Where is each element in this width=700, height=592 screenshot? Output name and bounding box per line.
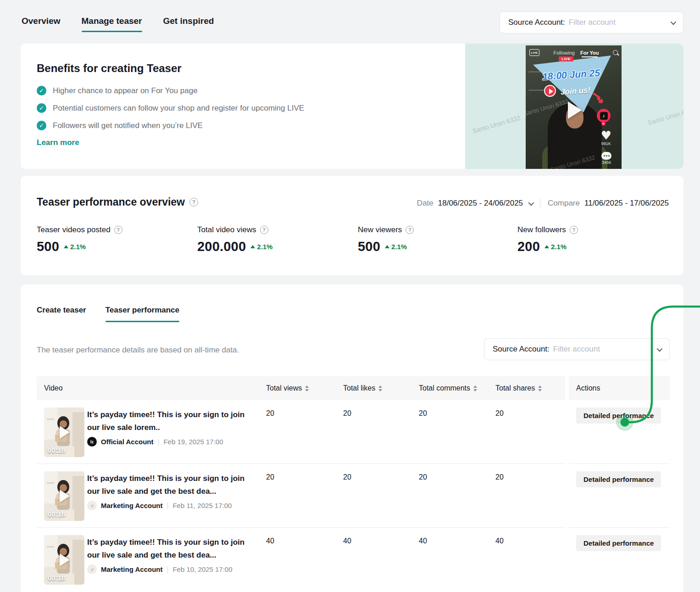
metric-value: 200 <box>517 239 540 254</box>
tab-get-inspired[interactable]: Get inspired <box>163 16 214 26</box>
detailed-performance-button[interactable]: Detailed performance <box>576 535 661 551</box>
learn-more-link[interactable]: Learn more <box>37 138 450 147</box>
benefit-text: Higher chance to appear on For You page <box>53 86 198 95</box>
help-icon[interactable]: ? <box>114 226 122 234</box>
metric-teaser-videos-posted: Teaser videos posted? 500 2.1% <box>37 225 122 254</box>
video-meta: lz Official Account | Feb 19, 2025 17:00 <box>87 437 223 447</box>
actions-cell: Detailed performance <box>569 400 670 464</box>
divider <box>540 199 540 208</box>
page: Overview Manage teaser Get inspired Sour… <box>0 0 700 592</box>
video-thumbnail[interactable]: 00:18 <box>44 471 84 521</box>
benefit-item: ✓ Followers will get notified when you’r… <box>37 121 450 130</box>
metric-label: Teaser videos posted <box>37 225 111 235</box>
header-total-comments: Total comments <box>419 384 470 392</box>
trend-up-icon <box>64 245 68 248</box>
detailed-performance-button[interactable]: Detailed performance <box>576 471 661 487</box>
header-total-views: Total views <box>266 384 302 392</box>
panel-tabs: Create teaser Teaser performance <box>37 306 179 315</box>
detailed-performance-button[interactable]: Detailed performance <box>576 408 661 424</box>
actions-cell: Detailed performance <box>569 464 670 528</box>
metric-delta: 2.1% <box>391 243 407 251</box>
video-title[interactable]: It’s payday timee!! This is your sign to… <box>87 536 249 562</box>
video-thumbnail[interactable]: 00:18 <box>44 535 84 585</box>
benefit-item: ✓ Higher chance to appear on For You pag… <box>37 86 450 95</box>
video-meta: c Marketing Account | Feb 11, 2025 17:00 <box>87 501 232 510</box>
cell-total-shares: 20 <box>495 473 504 481</box>
sort-icon[interactable] <box>473 385 477 391</box>
chevron-down-icon <box>671 19 677 25</box>
post-date: Feb 10, 2025 17:00 <box>172 565 232 573</box>
comment-counter: 3456 <box>601 152 611 165</box>
live-badge: LIVE <box>559 56 573 61</box>
metric-delta: 2.1% <box>257 243 272 251</box>
help-icon[interactable]: ? <box>406 226 414 234</box>
help-icon[interactable]: ? <box>189 198 198 207</box>
table-row: 00:18 It’s payday timee!! This is your s… <box>37 464 565 528</box>
follow-plus-icon: + <box>601 122 606 126</box>
benefits-card: Benefits for creating Teaser ✓ Higher ch… <box>21 44 683 169</box>
cell-total-views: 20 <box>266 473 274 481</box>
header-video: Video <box>44 384 63 392</box>
tiktok-logo-badge: ♪ <box>597 109 611 123</box>
divider: | <box>157 438 159 446</box>
top-nav: Overview Manage teaser Get inspired <box>22 16 214 26</box>
performance-overview-card: Teaser performance overview ? Date 18/06… <box>21 176 683 275</box>
red-arrow-icon <box>592 92 604 103</box>
help-icon[interactable]: ? <box>570 226 578 234</box>
video-duration: 00:18 <box>48 574 65 582</box>
sort-icon[interactable] <box>305 385 309 391</box>
sort-icon[interactable] <box>538 385 542 391</box>
cell-total-shares: 40 <box>495 537 504 545</box>
actions-cell: Detailed performance <box>569 528 670 592</box>
teaser-media-panel: Santo Unsri 6332 Santo Unsri 6332 Santo … <box>465 44 683 169</box>
help-icon[interactable]: ? <box>260 226 268 234</box>
video-duration: 00:18 <box>48 510 65 518</box>
cell-total-likes: 20 <box>343 409 351 418</box>
video-duration: 00:18 <box>48 447 65 454</box>
header-total-shares: Total shares <box>495 384 535 392</box>
metric-delta: 2.1% <box>70 243 86 251</box>
tab-teaser-performance[interactable]: Teaser performance <box>106 306 179 315</box>
metric-value: 500 <box>37 239 59 254</box>
metric-new-followers: New followers? 200 2.1% <box>517 225 578 254</box>
sort-icon[interactable] <box>378 385 382 391</box>
benefits-title: Benefits for creating Teaser <box>37 62 450 75</box>
chevron-down-icon <box>657 346 663 352</box>
video-thumbnail[interactable]: 00:18 <box>44 408 84 457</box>
source-account-select-table[interactable]: Source Account: Filter account <box>484 338 670 360</box>
table-note: The teaser performance details are based… <box>37 346 239 355</box>
metric-delta: 2.1% <box>551 243 567 251</box>
watermark-text: Santo Unsri 6332 <box>647 106 683 126</box>
source-account-select-top[interactable]: Source Account: Filter account <box>500 11 683 34</box>
like-count: 991K <box>601 141 611 146</box>
account-avatar: c <box>87 564 97 574</box>
chevron-down-icon[interactable] <box>528 200 534 206</box>
comment-icon <box>601 152 611 160</box>
video-meta: c Marketing Account | Feb 10, 2025 17:00 <box>87 564 232 574</box>
metric-total-video-views: Total video views? 200.000 2.1% <box>197 225 272 254</box>
play-icon[interactable] <box>568 101 582 119</box>
date-range-value[interactable]: 18/06/2025 - 24/06/2025 <box>438 199 523 208</box>
trend-up-icon <box>250 245 255 248</box>
metric-label: New followers <box>517 225 566 235</box>
teaser-video-preview[interactable]: Santo Unsri 6332 Santo Unsri 6332 Santo … <box>526 45 622 169</box>
source-account-placeholder: Filter account <box>553 345 600 354</box>
post-date: Feb 11, 2025 17:00 <box>172 502 232 509</box>
post-date: Feb 19, 2025 17:00 <box>163 438 223 446</box>
video-title[interactable]: It’s payday timee!! This is your sign to… <box>87 408 249 434</box>
header-actions: Actions <box>576 384 600 392</box>
metrics-row: Teaser videos posted? 500 2.1% Total vid… <box>37 225 670 262</box>
account-name: Official Account <box>101 438 153 446</box>
tab-create-teaser[interactable]: Create teaser <box>37 306 86 315</box>
benefit-text: Potential customers can follow your shop… <box>53 104 304 113</box>
tab-manage-teaser[interactable]: Manage teaser <box>82 16 142 26</box>
divider: | <box>167 565 168 573</box>
video-title[interactable]: It’s payday timee!! This is your sign to… <box>87 472 249 498</box>
tab-overview[interactable]: Overview <box>22 16 61 26</box>
comment-count: 3456 <box>601 160 611 165</box>
watermark-text: Santo Unsri 6332 <box>472 114 521 134</box>
check-icon: ✓ <box>37 103 46 113</box>
benefit-text: Followers will get notified when you’re … <box>53 121 203 130</box>
compare-label: Compare <box>548 199 580 208</box>
source-account-label: Source Account: <box>508 18 565 27</box>
